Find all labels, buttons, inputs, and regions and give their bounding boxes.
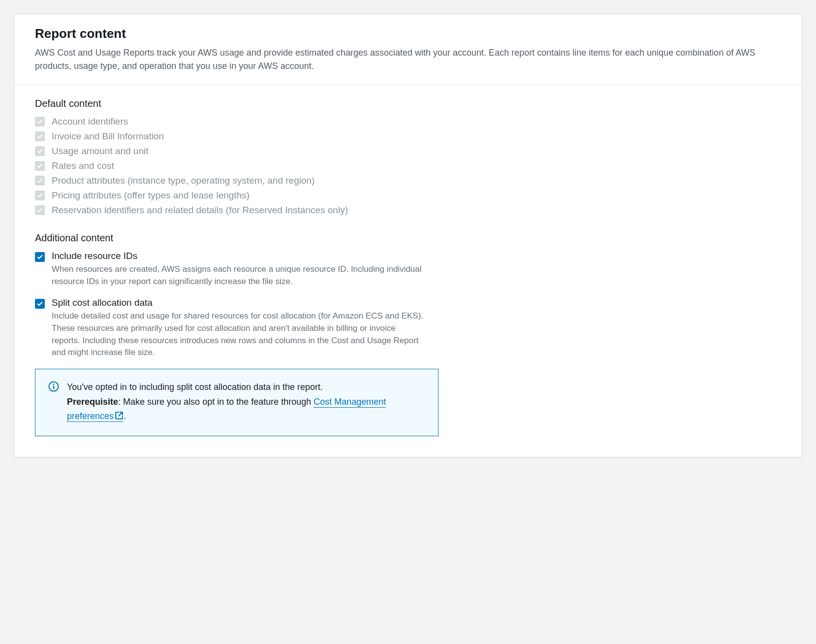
- additional-item-text: Include resource IDs When resources are …: [52, 251, 781, 288]
- default-item-label: Reservation identifiers and related deta…: [52, 205, 348, 216]
- checkbox-disabled-icon: [35, 161, 45, 171]
- additional-item-split-cost: Split cost allocation data Include detai…: [35, 297, 781, 359]
- additional-item-resource-ids: Include resource IDs When resources are …: [35, 251, 781, 288]
- additional-item-description: Include detailed cost and usage for shar…: [52, 310, 426, 359]
- report-content-panel: Report content AWS Cost and Usage Report…: [14, 14, 802, 457]
- panel-header: Report content AWS Cost and Usage Report…: [14, 14, 802, 85]
- checkbox-disabled-icon: [35, 146, 45, 156]
- svg-rect-2: [53, 386, 54, 389]
- info-box-split-cost: You've opted in to including split cost …: [35, 369, 439, 436]
- additional-item-label: Split cost allocation data: [52, 297, 781, 308]
- checkbox-disabled-icon: [35, 117, 45, 127]
- checkbox-disabled-icon: [35, 131, 45, 141]
- checkbox-include-resource-ids[interactable]: [35, 252, 45, 262]
- checkbox-disabled-icon: [35, 176, 45, 186]
- default-item-rates-cost: Rates and cost: [35, 161, 781, 171]
- default-item-invoice-bill: Invoice and Bill Information: [35, 131, 781, 142]
- prerequisite-text: : Make sure you also opt in to the featu…: [118, 397, 314, 407]
- external-link-icon: [115, 410, 124, 425]
- default-item-label: Invoice and Bill Information: [52, 131, 164, 142]
- additional-item-text: Split cost allocation data Include detai…: [52, 297, 781, 359]
- default-item-label: Product attributes (instance type, opera…: [52, 175, 314, 186]
- additional-content-heading: Additional content: [35, 232, 781, 244]
- additional-item-label: Include resource IDs: [52, 251, 781, 261]
- panel-title: Report content: [35, 26, 781, 41]
- default-item-label: Usage amount and unit: [52, 146, 148, 157]
- additional-item-description: When resources are created, AWS assigns …: [52, 263, 426, 288]
- default-item-label: Pricing attributes (offer types and leas…: [52, 190, 250, 201]
- default-item-pricing-attributes: Pricing attributes (offer types and leas…: [35, 190, 781, 201]
- default-content-list: Account identifiers Invoice and Bill Inf…: [35, 116, 781, 216]
- default-content-heading: Default content: [35, 98, 781, 109]
- default-item-reservation-identifiers: Reservation identifiers and related deta…: [35, 205, 781, 216]
- info-icon: [48, 381, 59, 392]
- default-item-usage-amount: Usage amount and unit: [35, 146, 781, 157]
- checkbox-split-cost-allocation[interactable]: [35, 299, 45, 309]
- panel-description: AWS Cost and Usage Reports track your AW…: [35, 46, 781, 73]
- default-item-label: Account identifiers: [52, 116, 128, 127]
- checkbox-disabled-icon: [35, 205, 45, 215]
- default-item-account-identifiers: Account identifiers: [35, 116, 781, 127]
- panel-body: Default content Account identifiers Invo…: [14, 85, 802, 457]
- default-item-label: Rates and cost: [52, 161, 114, 171]
- info-message: You've opted in to including split cost …: [67, 382, 323, 392]
- checkbox-disabled-icon: [35, 191, 45, 200]
- default-item-product-attributes: Product attributes (instance type, opera…: [35, 175, 781, 186]
- info-box-text: You've opted in to including split cost …: [67, 380, 425, 425]
- svg-point-1: [53, 384, 55, 385]
- prerequisite-label: Prerequisite: [67, 397, 118, 407]
- info-period: .: [124, 411, 126, 421]
